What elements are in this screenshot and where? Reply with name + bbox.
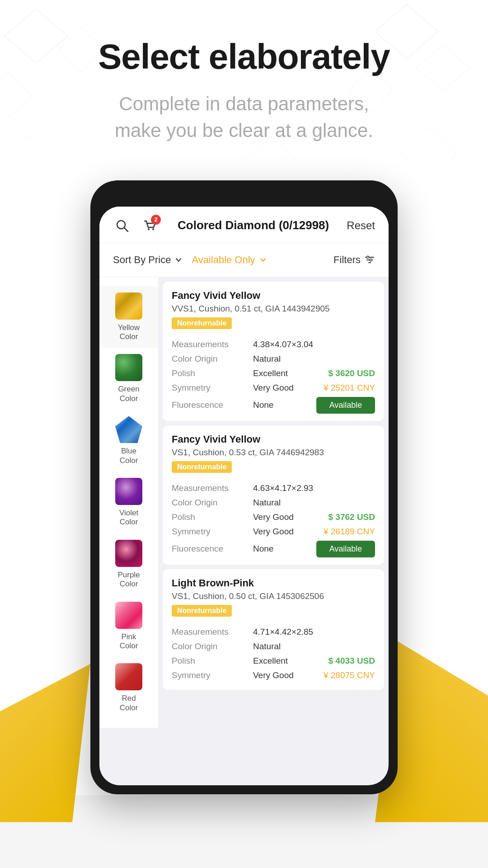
sidebar-item-green[interactable]: GreenColor [99,348,158,410]
available-tag: Available [316,397,375,414]
price-usd: $ 3762 USD [328,512,375,522]
detail-row: Color Origin Natural [172,495,375,510]
cart-icon[interactable]: 2 [140,216,160,236]
blue-swatch [115,416,142,443]
purple-swatch [115,540,142,567]
sidebar-item-blue[interactable]: BlueColor [99,410,158,472]
yellow-swatch [115,292,142,320]
product-details-1: Measurements 4.38×4.07×3.04 Color Origin… [172,337,375,414]
green-swatch [115,354,142,381]
detail-row: Symmetry Very Good ¥ 25201 CNY [172,381,375,395]
sidebar-item-yellow[interactable]: YellowColor [99,286,158,348]
detail-row: Symmetry Very Good ¥ 26189 CNY [172,524,375,539]
nonreturnable-badge: Nonreturnable [172,461,232,473]
sidebar-item-purple[interactable]: PurpleColor [99,533,158,595]
detail-row: Symmetry Very Good ¥ 28075 CNY [172,668,375,683]
price-cny: ¥ 25201 CNY [324,383,375,393]
phone-notch [208,191,280,202]
detail-row: Color Origin Natural [172,639,375,654]
page-title: Colored Diamond (0/12998) [178,218,329,232]
product-header-2: Fancy Vivid Yellow VS1, Cushion, 0.53 ct… [172,434,375,476]
price-usd: $ 3620 USD [328,368,375,378]
detail-row: Measurements 4.38×4.07×3.04 [172,337,375,352]
svg-line-12 [124,228,128,231]
product-details-3: Measurements 4.71×4.42×2.85 Color Origin… [172,625,375,683]
app-header: 2 Colored Diamond (0/12998) Reset [99,207,389,243]
product-header-3: Light Brown-Pink VS1, Cushion, 0.50 ct, … [172,577,375,620]
color-sidebar: YellowColor GreenColor BlueColor VioletC… [99,277,158,728]
product-card[interactable]: Fancy Vivid Yellow VVS1, Cushion, 0.51 c… [163,282,384,421]
available-only-button[interactable]: Available Only [183,250,276,269]
product-card[interactable]: Fancy Vivid Yellow VS1, Cushion, 0.53 ct… [163,425,384,565]
header-left: 2 [113,216,160,236]
filters-button[interactable]: Filters [333,254,375,266]
search-icon[interactable] [113,217,131,235]
detail-row: Polish Excellent $ 3620 USD [172,366,375,381]
price-avail-row: Fluorescence None Available [172,541,375,557]
filter-bar: Sort By Price Available Only Filters [99,243,389,277]
hero-section: Select elaborately Complete in data para… [0,0,488,162]
main-content: YellowColor GreenColor BlueColor VioletC… [99,277,389,728]
product-header-1: Fancy Vivid Yellow VVS1, Cushion, 0.51 c… [172,290,375,333]
svg-point-13 [148,228,150,230]
price-avail-row: Fluorescence None Available [172,397,375,414]
price-cny: ¥ 28075 CNY [324,670,375,680]
pink-swatch [115,602,142,629]
hero-title: Select elaborately [27,36,461,77]
cart-badge: 2 [151,215,161,225]
svg-point-14 [152,228,154,230]
product-card[interactable]: Light Brown-Pink VS1, Cushion, 0.50 ct, … [163,569,384,690]
price-cny: ¥ 26189 CNY [324,527,375,537]
detail-row: Measurements 4.71×4.42×2.85 [172,625,375,639]
sidebar-item-red[interactable]: RedColor [99,657,158,719]
detail-row: Measurements 4.63×4.17×2.93 [172,481,375,495]
hero-subtitle: Complete in data parameters, make you be… [27,91,461,144]
sidebar-item-pink[interactable]: PinkColor [99,595,158,657]
nonreturnable-badge: Nonreturnable [172,317,232,329]
reset-button[interactable]: Reset [347,219,375,232]
phone-top-bar [99,189,389,203]
detail-row: Color Origin Natural [172,352,375,366]
detail-row: Polish Very Good $ 3762 USD [172,510,375,524]
violet-swatch [115,478,142,505]
sidebar-item-violet[interactable]: VioletColor [99,472,158,533]
red-swatch [115,663,142,690]
phone-screen: 2 Colored Diamond (0/12998) Reset Sort B… [99,207,389,785]
detail-row: Polish Excellent $ 4033 USD [172,654,375,668]
svg-point-18 [367,256,369,258]
price-usd: $ 4033 USD [328,656,375,666]
phone-frame: 2 Colored Diamond (0/12998) Reset Sort B… [90,180,398,794]
sort-by-price-button[interactable]: Sort By Price [113,250,183,269]
product-details-2: Measurements 4.63×4.17×2.93 Color Origin… [172,481,375,557]
gold-deco-left [0,664,90,822]
phone-wrapper: 2 Colored Diamond (0/12998) Reset Sort B… [0,162,488,795]
available-tag: Available [316,541,375,557]
nonreturnable-badge: Nonreturnable [172,605,232,617]
svg-point-19 [370,259,372,261]
product-list: Fancy Vivid Yellow VVS1, Cushion, 0.51 c… [158,277,389,728]
